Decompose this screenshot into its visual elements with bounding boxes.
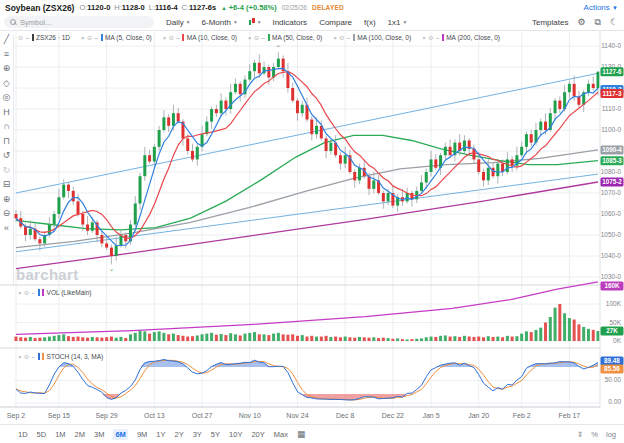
- caret-down-marker: ⌄: [109, 266, 114, 272]
- remove-study-icon[interactable]: ×: [422, 35, 426, 41]
- study-settings-icon[interactable]: ~: [262, 35, 266, 41]
- axis-tick-label: 1070-0: [601, 189, 622, 196]
- visibility-eye-icon[interactable]: ⊙: [18, 34, 23, 41]
- caret-up-marker: ⌃: [276, 45, 281, 51]
- quote-field: L:1116-4: [149, 3, 178, 12]
- range-button-2y[interactable]: 2Y: [174, 430, 183, 439]
- range-button-3m[interactable]: 3M: [94, 430, 104, 439]
- range-button-1d[interactable]: 1D: [18, 430, 28, 439]
- remove-study-icon[interactable]: ×: [248, 35, 252, 41]
- study-settings-icon[interactable]: ~: [436, 35, 440, 41]
- stochastic-legend: ×⊙~STOCH (14, 3, MA): [18, 353, 110, 360]
- range-select[interactable]: 6-Month▾: [202, 18, 237, 27]
- visibility-eye-icon[interactable]: ⊙: [169, 34, 174, 41]
- axis-tick-label: 1060-0: [601, 210, 622, 217]
- legend-color-bar: [101, 34, 103, 41]
- range-button-max[interactable]: Max: [274, 430, 288, 439]
- time-axis-label: Feb 17: [553, 412, 585, 419]
- range-toolbar: 1D5D1M2M3M6M9M1Y2Y3Y5Y10Y20YMax ▦ ⇕ % lo…: [0, 424, 624, 443]
- range-button-10y[interactable]: 10Y: [229, 430, 242, 439]
- quote-field-label: C:: [182, 3, 190, 12]
- price-badge: 1075-2: [602, 178, 622, 185]
- price-badge: 1117-3: [603, 90, 622, 97]
- range-button-9m[interactable]: 9M: [137, 430, 147, 439]
- time-axis[interactable]: Sep 2Sep 15Sep 29Oct 13Oct 27Nov 10Nov 2…: [0, 408, 624, 424]
- popout-icon[interactable]: ☾: [610, 18, 618, 27]
- study-settings-icon[interactable]: ~: [347, 35, 351, 41]
- range-button-6m[interactable]: 6M: [113, 429, 127, 440]
- study-settings-icon[interactable]: ~: [176, 35, 180, 41]
- axis-tick-label: 50K: [609, 319, 621, 326]
- visibility-eye-icon[interactable]: ⊙: [87, 34, 92, 41]
- axis-tick-label: 1100-0: [601, 126, 621, 133]
- calendar-icon[interactable]: ▦: [297, 429, 305, 439]
- study-settings-icon[interactable]: ~: [95, 35, 99, 41]
- visibility-eye-icon[interactable]: ⊙: [339, 34, 344, 41]
- range-button-3y[interactable]: 3Y: [193, 430, 202, 439]
- study-settings-icon[interactable]: ~: [32, 354, 36, 360]
- period-select[interactable]: Daily▾: [166, 18, 190, 27]
- range-button-2m[interactable]: 2M: [75, 430, 85, 439]
- visibility-eye-icon[interactable]: ⊙: [428, 34, 433, 41]
- axis-tick-label: 0K: [613, 337, 622, 344]
- settings-gear-icon[interactable]: ⚙: [577, 18, 585, 27]
- legend-entry: ×⊙~MA (5, Close, 0): [81, 34, 152, 41]
- range-button-1y[interactable]: 1Y: [156, 430, 165, 439]
- legend-color-bar: [182, 34, 184, 41]
- price-chart[interactable]: ⌃⌄1140-01130-01120-01110-01100-01090-010…: [0, 31, 624, 408]
- axis-tick-label: 50.00: [605, 376, 622, 383]
- fullscreen-icon[interactable]: ⧉: [594, 18, 600, 27]
- chevron-down-icon: ▼: [612, 5, 618, 11]
- main-chart-legend: ⊙~ZSX26 · 1D×⊙~MA (5, Close, 0)×⊙~MA (10…: [18, 34, 507, 41]
- range-button-5d[interactable]: 5D: [37, 430, 47, 439]
- chart-type-select[interactable]: ▾: [249, 18, 261, 27]
- visibility-eye-icon[interactable]: ⊙: [24, 289, 29, 296]
- templates-button[interactable]: Templates: [532, 18, 568, 27]
- time-axis-label: Sep 29: [91, 412, 123, 419]
- log-scale-button[interactable]: log: [606, 430, 616, 439]
- chevron-down-icon: ▾: [404, 19, 407, 25]
- visibility-eye-icon[interactable]: ⊙: [254, 34, 259, 41]
- layout-select[interactable]: 1x1▾: [388, 18, 407, 27]
- price-badge: 160K: [604, 282, 620, 289]
- axis-tick-label: 1080-0: [601, 168, 622, 175]
- legend-label: STOCH (14, 3, MA): [47, 353, 104, 360]
- search-input[interactable]: Symbol...: [4, 16, 154, 28]
- quote-header: Soybean (ZSX26) O:1120-0H:1128-0L:1116-4…: [0, 0, 624, 14]
- remove-study-icon[interactable]: ×: [81, 35, 85, 41]
- remove-study-icon[interactable]: ×: [333, 35, 337, 41]
- time-axis-label: Jan 5: [415, 412, 447, 419]
- study-settings-icon[interactable]: ~: [26, 35, 30, 41]
- percent-scale-button[interactable]: %: [591, 430, 598, 439]
- legend-color-bar: [32, 34, 34, 41]
- remove-study-icon[interactable]: ×: [163, 35, 167, 41]
- remove-study-icon[interactable]: ×: [18, 290, 22, 296]
- legend-label: MA (10, Close, 0): [187, 34, 237, 41]
- range-button-20y[interactable]: 20Y: [251, 430, 264, 439]
- time-axis-label: Feb 2: [506, 412, 538, 419]
- price-badge: 27K: [606, 327, 618, 334]
- quote-field: H:1128-0: [114, 3, 144, 12]
- legend-label: MA (200, Close, 0): [446, 34, 500, 41]
- range-button-1m[interactable]: 1M: [55, 430, 65, 439]
- indicators-button[interactable]: Indicators: [272, 18, 307, 27]
- price-change: ▲ +6-4 (+0.58%): [221, 3, 277, 12]
- actions-button[interactable]: Actions ▼: [584, 3, 618, 12]
- legend-entry: ⊙~ZSX26 · 1D: [18, 34, 70, 41]
- time-axis-label: Nov 24: [281, 412, 313, 419]
- compare-button[interactable]: Compare: [319, 18, 352, 27]
- price-badge: 1127-6: [602, 68, 622, 75]
- scale-reset-icon[interactable]: ⇕: [577, 430, 583, 439]
- chart-application: Soybean (ZSX26) O:1120-0H:1128-0L:1116-4…: [0, 0, 624, 443]
- time-axis-label: Oct 13: [138, 412, 170, 419]
- remove-study-icon[interactable]: ×: [18, 354, 22, 360]
- legend-label: VOL (LikeMain): [47, 289, 92, 296]
- axis-tick-label: 0.00: [608, 398, 621, 405]
- expressions-button[interactable]: f(x): [364, 18, 376, 27]
- study-settings-icon[interactable]: ~: [32, 290, 36, 296]
- visibility-eye-icon[interactable]: ⊙: [24, 353, 29, 360]
- chevron-down-icon: ▾: [258, 19, 261, 25]
- range-button-5y[interactable]: 5Y: [211, 430, 220, 439]
- candlestick-type-icon: [249, 18, 255, 27]
- delayed-badge: DELAYED: [312, 4, 344, 11]
